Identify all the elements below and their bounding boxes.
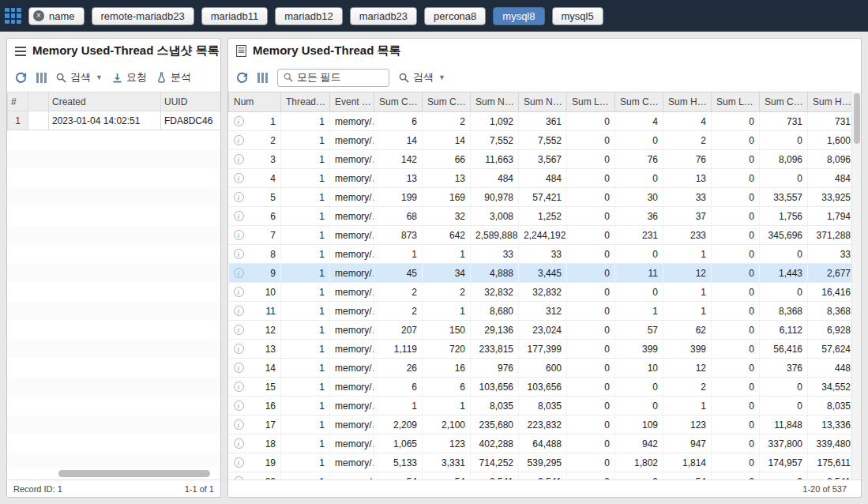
table-row[interactable]: i101memory/…2232,83232,8320010016,416 xyxy=(229,283,856,302)
value-cell: 1 xyxy=(663,245,712,264)
topbar: × name remote-mariadb23mariadb11mariadb1… xyxy=(0,0,868,32)
field-filter-input[interactable]: 모든 필드 xyxy=(277,69,389,87)
filter-chip-name[interactable]: × name xyxy=(28,7,85,25)
table-row[interactable]: i111memory/…218,68031201108,3688,368 xyxy=(229,302,856,321)
value-cell: 0 xyxy=(615,472,663,480)
info-icon[interactable]: i xyxy=(234,438,244,449)
table-row[interactable]: i181memory/…1,065123402,28864,4880942947… xyxy=(229,434,856,453)
value-cell: 371,288 xyxy=(808,226,856,245)
horizontal-scrollbar[interactable] xyxy=(9,468,218,479)
column-header-created[interactable]: Created xyxy=(49,92,161,111)
table-row[interactable]: i21memory/…14147,5527,552002001,600 xyxy=(229,131,856,150)
info-icon[interactable]: i xyxy=(234,344,244,354)
event-name-cell: memory/… xyxy=(330,434,374,453)
thread-table-area: NumThread…Event …Sum C…Sum C…Sum N…Sum N… xyxy=(228,92,861,480)
table-row[interactable]: i151memory/…66103,656103,6560020034,552 xyxy=(229,378,856,397)
server-tab-mariadb23[interactable]: mariadb23 xyxy=(350,7,417,25)
info-icon[interactable]: i xyxy=(234,154,244,164)
info-icon[interactable]: i xyxy=(234,457,244,468)
event-name-cell: memory/… xyxy=(330,472,374,480)
table-row[interactable]: i71memory/…8736422,589,8882,244,19202312… xyxy=(229,226,856,245)
column-header[interactable]: Sum H… xyxy=(808,92,856,112)
table-row[interactable]: i41memory/…1313484484001300484 xyxy=(229,169,856,188)
scrollbar-thumb[interactable] xyxy=(58,470,210,477)
info-icon[interactable]: i xyxy=(234,382,244,392)
server-tab-mysql8[interactable]: mysql8 xyxy=(493,7,544,25)
column-header-num[interactable]: # xyxy=(8,92,28,111)
table-row[interactable]: i201memory/…54542,5412,5410054002,541 xyxy=(229,472,856,480)
thread-count-cell: 1 xyxy=(281,397,330,416)
column-header[interactable]: Sum C… xyxy=(615,92,663,112)
info-icon[interactable]: i xyxy=(234,192,244,202)
column-header[interactable]: Sum H… xyxy=(663,92,712,112)
info-icon[interactable]: i xyxy=(234,306,244,316)
table-row[interactable]: i161memory/…118,0358,035001008,035 xyxy=(229,397,856,416)
server-tab-mysql5[interactable]: mysql5 xyxy=(552,7,603,25)
table-row[interactable]: i81memory/…1133330010033 xyxy=(229,245,856,264)
refresh-button[interactable] xyxy=(15,72,27,84)
column-header[interactable]: Sum L… xyxy=(712,92,760,112)
value-cell: 0 xyxy=(712,169,760,188)
search-icon xyxy=(399,73,409,83)
table-row[interactable]: i51memory/…19916990,97857,42103033033,55… xyxy=(229,188,856,207)
request-button[interactable]: 요청 xyxy=(112,70,147,85)
thread-count-cell: 1 xyxy=(281,245,330,264)
info-icon[interactable]: i xyxy=(234,230,244,240)
info-icon[interactable]: i xyxy=(234,363,244,373)
scrollbar-thumb[interactable] xyxy=(854,93,860,144)
info-icon[interactable]: i xyxy=(234,268,244,278)
info-icon[interactable]: i xyxy=(234,325,244,335)
info-icon[interactable]: i xyxy=(234,135,244,145)
column-header[interactable]: Sum N… xyxy=(471,92,519,112)
info-icon[interactable]: i xyxy=(234,249,244,259)
column-header[interactable]: Sum N… xyxy=(519,92,567,112)
apps-grid-button[interactable] xyxy=(5,8,21,24)
snapshot-row[interactable]: 1 2023-01-04 14:02:51 FDA8DC46 xyxy=(8,111,221,130)
column-header-uuid[interactable]: UUID xyxy=(161,92,221,111)
columns-button[interactable] xyxy=(257,73,268,83)
close-icon[interactable]: × xyxy=(33,10,44,21)
value-cell: 448 xyxy=(808,359,856,378)
columns-button[interactable] xyxy=(36,73,47,83)
table-row[interactable]: i11memory/…621,0923610440731731 xyxy=(229,112,856,131)
value-cell: 8,368 xyxy=(760,302,808,321)
server-tab-mariadb12[interactable]: mariadb12 xyxy=(275,7,342,25)
server-tab-mariadb11[interactable]: mariadb11 xyxy=(201,7,268,25)
info-icon[interactable]: i xyxy=(234,287,244,297)
value-cell: 4 xyxy=(615,112,663,131)
search-dropdown[interactable]: 검색 ▼ xyxy=(56,70,103,85)
server-tab-percona8[interactable]: percona8 xyxy=(424,7,486,25)
column-header[interactable]: Sum C… xyxy=(374,92,423,112)
column-header[interactable]: Event … xyxy=(330,92,374,112)
info-icon[interactable]: i xyxy=(234,419,244,430)
info-icon[interactable]: i xyxy=(234,401,244,411)
column-header[interactable]: Sum C… xyxy=(760,92,808,112)
menu-icon[interactable] xyxy=(15,47,26,56)
analyze-button[interactable]: 분석 xyxy=(156,70,191,85)
vertical-scrollbar[interactable] xyxy=(851,92,861,480)
table-row[interactable]: i171memory/…2,2092,100235,680223,8320109… xyxy=(229,416,856,434)
table-row[interactable]: i121memory/…20715029,13623,0240576206,11… xyxy=(229,321,856,340)
table-row[interactable]: i131memory/…1,119720233,815177,399039939… xyxy=(229,340,856,359)
refresh-button[interactable] xyxy=(236,72,248,84)
table-row[interactable]: i61memory/…68323,0081,2520363701,7561,79… xyxy=(229,207,856,226)
column-header[interactable]: Sum L… xyxy=(567,92,615,112)
column-header-check[interactable] xyxy=(28,92,49,111)
search-dropdown[interactable]: 검색 ▼ xyxy=(399,70,445,85)
column-header[interactable]: Thread… xyxy=(281,92,330,112)
info-icon[interactable]: i xyxy=(234,173,244,183)
table-row[interactable]: i31memory/…1426611,6633,5670767608,0968,… xyxy=(229,150,856,169)
value-cell: 0 xyxy=(567,226,615,245)
value-cell: 0 xyxy=(567,188,615,207)
table-row[interactable]: i191memory/…5,1333,331714,252539,29501,8… xyxy=(229,453,856,472)
info-icon[interactable]: i xyxy=(234,116,244,126)
table-row[interactable]: i91memory/…45344,8883,4450111201,4432,67… xyxy=(229,264,856,283)
value-cell: 2,244,192 xyxy=(519,226,567,245)
info-icon[interactable]: i xyxy=(234,211,244,221)
server-tab-remote-mariadb23[interactable]: remote-mariadb23 xyxy=(92,7,194,25)
column-header[interactable]: Num xyxy=(229,92,281,112)
table-row[interactable]: i141memory/…2616976600010120376448 xyxy=(229,359,856,378)
value-cell: 0 xyxy=(615,397,663,416)
info-icon[interactable]: i xyxy=(234,476,244,480)
column-header[interactable]: Sum C… xyxy=(423,92,471,112)
